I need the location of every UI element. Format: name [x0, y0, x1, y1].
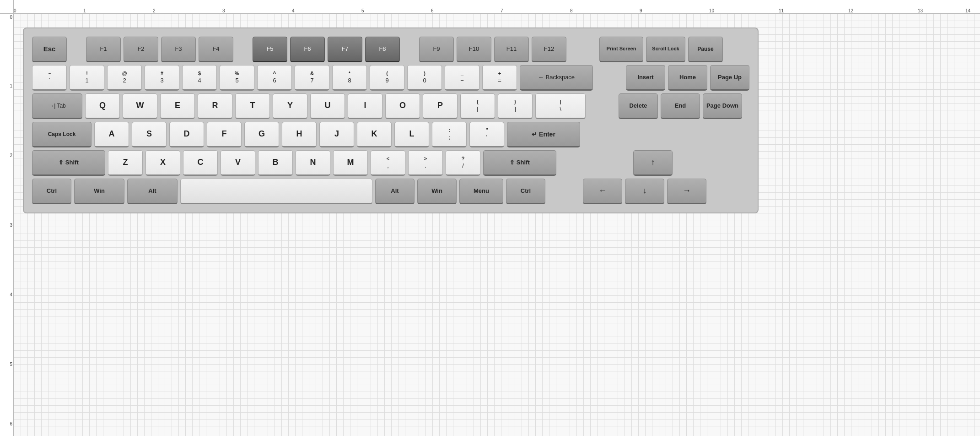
u-key[interactable]: U [310, 93, 345, 119]
1-key[interactable]: ! 1 [70, 65, 104, 91]
q-key[interactable]: Q [85, 93, 120, 119]
x-key[interactable]: X [145, 150, 180, 176]
g-key[interactable]: G [244, 122, 279, 147]
left-shift-key[interactable]: ⇧ Shift [32, 150, 105, 176]
h-key[interactable]: H [282, 122, 317, 147]
tilde-key[interactable]: ~ ` [32, 65, 67, 91]
f7-key[interactable]: F7 [328, 37, 362, 62]
f12-key[interactable]: F12 [532, 37, 566, 62]
menu-key[interactable]: Menu [459, 179, 503, 204]
c-key[interactable]: C [183, 150, 218, 176]
j-key[interactable]: J [319, 122, 354, 147]
d-key[interactable]: D [169, 122, 204, 147]
8-key[interactable]: * 8 [332, 65, 367, 91]
pause-key[interactable]: Pause [688, 37, 723, 62]
comma-key[interactable]: < , [371, 150, 405, 176]
semicolon-key[interactable]: : ; [432, 122, 467, 147]
delete-key[interactable]: Delete [619, 93, 658, 119]
f11-key[interactable]: F11 [494, 37, 529, 62]
caps-row: Caps Lock A S D F G H J K L : ; [32, 122, 749, 147]
0-key[interactable]: ) 0 [407, 65, 442, 91]
f2-key[interactable]: F2 [124, 37, 158, 62]
o-key[interactable]: O [385, 93, 420, 119]
slash-key[interactable]: ? / [446, 150, 480, 176]
w-key[interactable]: W [123, 93, 157, 119]
n-key[interactable]: N [296, 150, 330, 176]
ruler-top: 0 1 2 3 4 5 6 7 8 9 10 11 12 13 14 [14, 0, 980, 14]
left-win-key[interactable]: Win [74, 179, 124, 204]
scroll-lock-key[interactable]: Scroll Lock [646, 37, 685, 62]
f-key[interactable]: F [207, 122, 242, 147]
right-ctrl-key[interactable]: Ctrl [506, 179, 545, 204]
num-row: ~ ` ! 1 @ 2 [32, 65, 749, 91]
z-key[interactable]: Z [108, 150, 143, 176]
a-key[interactable]: A [94, 122, 129, 147]
f6-key[interactable]: F6 [290, 37, 325, 62]
arrow-right-key[interactable]: → [667, 179, 706, 204]
f8-key[interactable]: F8 [365, 37, 400, 62]
arrow-left-key[interactable]: ← [583, 179, 622, 204]
home-key[interactable]: Home [668, 65, 707, 91]
i-key[interactable]: I [348, 93, 382, 119]
l-key[interactable]: L [394, 122, 429, 147]
page-down-key[interactable]: Page Down [703, 93, 742, 119]
3-key[interactable]: # 3 [145, 65, 179, 91]
9-key[interactable]: ( 9 [370, 65, 404, 91]
keyboard: Esc F1 F2 F3 F4 F5 F6 F7 F8 F9 F10 F11 F… [23, 27, 759, 213]
esc-key[interactable]: Esc [32, 37, 67, 62]
y-key[interactable]: Y [273, 93, 307, 119]
b-key[interactable]: B [258, 150, 293, 176]
f4-key[interactable]: F4 [199, 37, 233, 62]
shift-row: ⇧ Shift Z X C V B N M < , > . [32, 150, 749, 176]
s-key[interactable]: S [132, 122, 167, 147]
backspace-key[interactable]: ← Backspace [520, 65, 593, 91]
f10-key[interactable]: F10 [457, 37, 491, 62]
ruler-corner [0, 0, 14, 14]
k-key[interactable]: K [357, 122, 392, 147]
left-alt-key[interactable]: Alt [127, 179, 178, 204]
rbracket-key[interactable]: } ] [498, 93, 533, 119]
end-key[interactable]: End [661, 93, 700, 119]
right-alt-key[interactable]: Alt [375, 179, 415, 204]
f3-key[interactable]: F3 [161, 37, 196, 62]
space-key[interactable] [180, 179, 372, 204]
caps-lock-key[interactable]: Caps Lock [32, 122, 92, 147]
main-container: 0 1 2 3 4 5 6 7 8 9 10 11 12 13 14 0 1 2… [0, 0, 980, 436]
2-key[interactable]: @ 2 [107, 65, 142, 91]
backslash-key[interactable]: | \ [535, 93, 586, 119]
lbracket-key[interactable]: { [ [460, 93, 495, 119]
enter-key[interactable]: ↵ Enter [507, 122, 580, 147]
7-key[interactable]: & 7 [295, 65, 329, 91]
right-win-key[interactable]: Win [417, 179, 457, 204]
period-key[interactable]: > . [408, 150, 443, 176]
ctrl-row: Ctrl Win Alt Alt Win Menu Ctrl ← ↓ → [32, 179, 749, 204]
e-key[interactable]: E [160, 93, 195, 119]
fn-row: Esc F1 F2 F3 F4 F5 F6 F7 F8 F9 F10 F11 F… [32, 37, 749, 62]
insert-key[interactable]: Insert [626, 65, 665, 91]
5-key[interactable]: % 5 [220, 65, 254, 91]
tab-row: →| Tab Q W E R T Y U I O P { [ [32, 93, 749, 119]
6-key[interactable]: ^ 6 [257, 65, 292, 91]
arrow-up-key[interactable]: ↑ [633, 150, 673, 176]
right-shift-key[interactable]: ⇧ Shift [483, 150, 556, 176]
ruler-left: 0 1 2 3 4 5 6 [0, 14, 14, 436]
t-key[interactable]: T [235, 93, 270, 119]
f9-key[interactable]: F9 [419, 37, 454, 62]
left-ctrl-key[interactable]: Ctrl [32, 179, 71, 204]
f1-key[interactable]: F1 [86, 37, 121, 62]
minus-key[interactable]: _ − [445, 65, 479, 91]
quote-key[interactable]: " ' [469, 122, 504, 147]
canvas-area: Esc F1 F2 F3 F4 F5 F6 F7 F8 F9 F10 F11 F… [14, 14, 980, 436]
4-key[interactable]: $ 4 [182, 65, 217, 91]
v-key[interactable]: V [221, 150, 255, 176]
m-key[interactable]: M [333, 150, 368, 176]
tab-key[interactable]: →| Tab [32, 93, 82, 119]
equals-key[interactable]: + = [482, 65, 517, 91]
arrow-down-key[interactable]: ↓ [625, 179, 664, 204]
r-key[interactable]: R [198, 93, 232, 119]
p-key[interactable]: P [423, 93, 458, 119]
print-screen-key[interactable]: Print Screen [599, 37, 643, 62]
f5-key[interactable]: F5 [253, 37, 287, 62]
page-up-key[interactable]: Page Up [710, 65, 749, 91]
